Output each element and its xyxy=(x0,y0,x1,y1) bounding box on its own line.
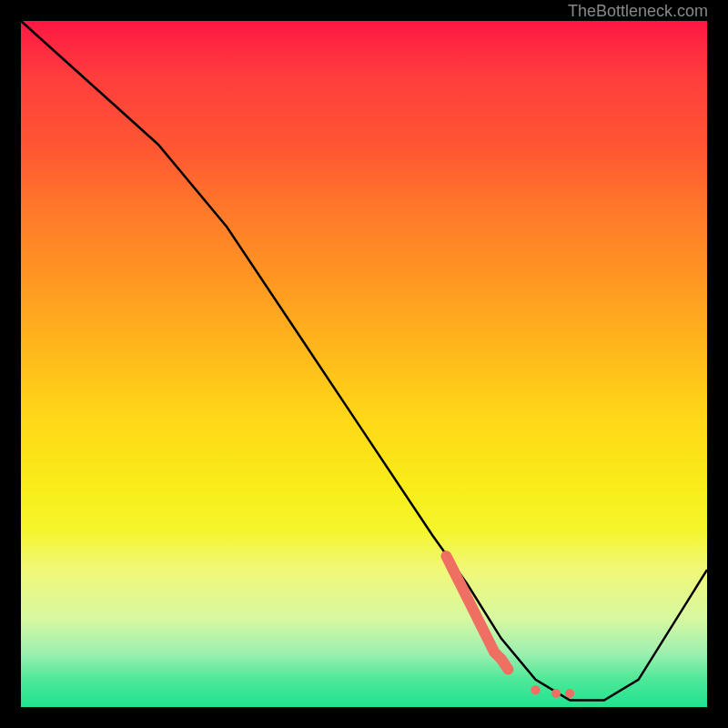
plot-gradient-background xyxy=(18,18,710,710)
watermark-text: TheBottleneck.com xyxy=(568,2,708,21)
chart-container xyxy=(18,18,710,710)
